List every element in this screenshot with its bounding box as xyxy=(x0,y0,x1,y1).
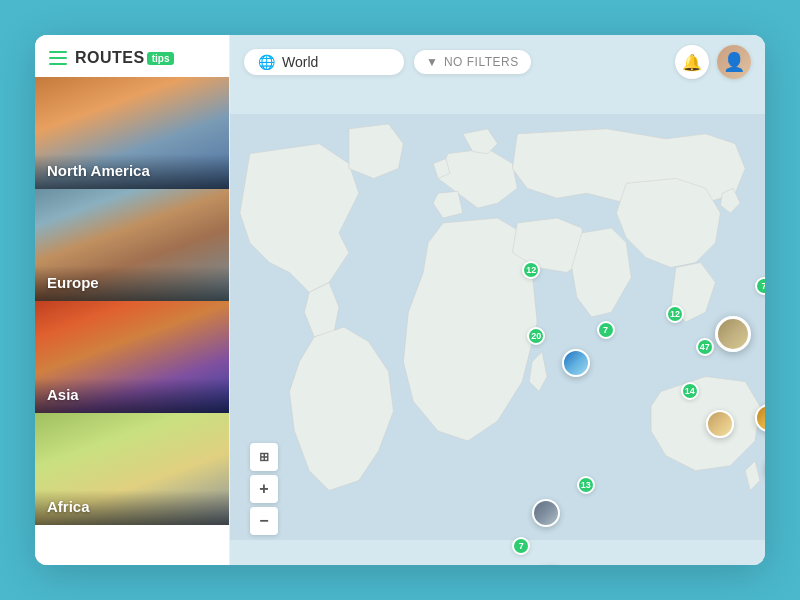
sidebar-item-europe[interactable]: Europe xyxy=(35,189,229,301)
region-list: North AmericaEuropeAsiaAfrica xyxy=(35,77,229,565)
map-pin-p2[interactable]: 20 xyxy=(527,327,545,345)
map-controls: ⊞ + − xyxy=(250,443,278,535)
region-label-africa: Africa xyxy=(47,498,217,515)
menu-icon[interactable] xyxy=(49,51,67,65)
logo-routes: ROUTES xyxy=(75,49,145,67)
sidebar-item-africa[interactable]: Africa xyxy=(35,413,229,525)
layers-icon: ⊞ xyxy=(259,450,269,464)
map-pin-photo-p3[interactable] xyxy=(562,349,590,377)
zoom-out-button[interactable]: − xyxy=(250,507,278,535)
sidebar-item-north-america[interactable]: North America xyxy=(35,77,229,189)
search-bar[interactable]: 🌐 World xyxy=(244,49,404,75)
layers-button[interactable]: ⊞ xyxy=(250,443,278,471)
logo-tips: tips xyxy=(147,52,175,65)
map-pin-photo-p23[interactable] xyxy=(706,410,734,438)
zoom-in-button[interactable]: + xyxy=(250,475,278,503)
region-label-europe: Europe xyxy=(47,274,217,291)
map-pin-p22[interactable]: 14 xyxy=(681,382,699,400)
region-label-north-america: North America xyxy=(47,162,217,179)
notification-button[interactable]: 🔔 xyxy=(675,45,709,79)
sidebar-header: ROUTES tips xyxy=(35,35,229,77)
filter-text: NO FILTERS xyxy=(444,55,519,69)
map-pin-p4[interactable]: 7 xyxy=(597,321,615,339)
avatar-button[interactable]: 👤 xyxy=(717,45,751,79)
map-pin-p15[interactable]: 47 xyxy=(696,338,714,356)
region-label-asia: Asia xyxy=(47,386,217,403)
topbar-right: 🔔 👤 xyxy=(675,45,751,79)
map-pin-p7[interactable]: 7 xyxy=(512,537,530,555)
filter-icon: ▼ xyxy=(426,55,438,69)
notification-icon: 🔔 xyxy=(682,53,702,72)
sidebar: ROUTES tips North AmericaEuropeAsiaAfric… xyxy=(35,35,230,565)
map-pin-p17[interactable]: 7 xyxy=(755,277,765,295)
avatar-icon: 👤 xyxy=(723,51,745,73)
map-pin-p5[interactable]: 13 xyxy=(577,476,595,494)
pins-container: 122071373221247732414732322 xyxy=(230,89,765,565)
main-area: 🌐 World ▼ NO FILTERS 🔔 👤 xyxy=(230,35,765,565)
filter-button[interactable]: ▼ NO FILTERS xyxy=(414,50,531,74)
map-pin-p14[interactable]: 12 xyxy=(666,305,684,323)
search-text: World xyxy=(282,54,318,70)
map-pin-photo-p24[interactable] xyxy=(755,404,765,432)
map-pin-photo-p6[interactable] xyxy=(532,499,560,527)
map-pin-p1[interactable]: 12 xyxy=(522,261,540,279)
topbar: 🌐 World ▼ NO FILTERS 🔔 👤 xyxy=(230,35,765,89)
sidebar-item-asia[interactable]: Asia xyxy=(35,301,229,413)
app-container: ROUTES tips North AmericaEuropeAsiaAfric… xyxy=(35,35,765,565)
logo: ROUTES tips xyxy=(75,49,174,67)
zoom-out-icon: − xyxy=(259,512,268,530)
zoom-in-icon: + xyxy=(259,480,268,498)
map-pin-photo-p16[interactable] xyxy=(715,316,751,352)
map-container[interactable]: 122071373221247732414732322 ⊞ + − xyxy=(230,89,765,565)
globe-icon: 🌐 xyxy=(258,54,275,70)
